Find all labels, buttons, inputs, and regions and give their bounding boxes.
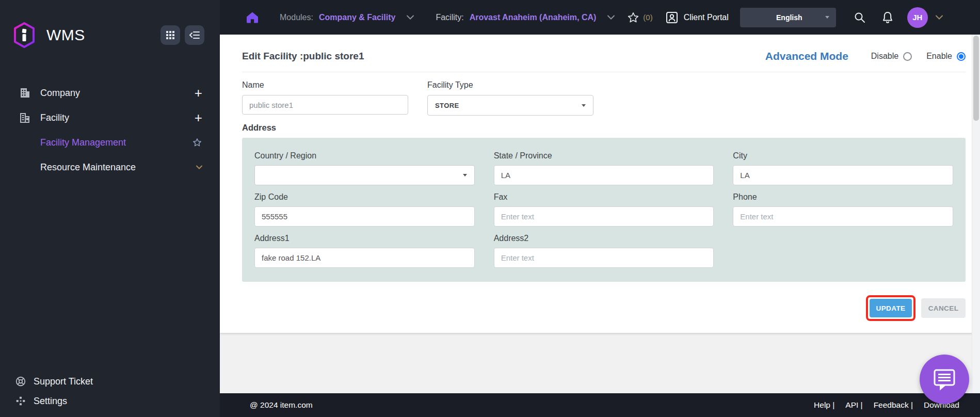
support-ticket-item[interactable]: Support Ticket [0,372,220,391]
phone-input[interactable] [733,206,953,227]
card-header: Edit Facility :public store1 Advanced Mo… [242,50,966,62]
client-portal-label: Client Portal [684,13,729,22]
disable-label: Disable [871,52,898,61]
chevron-down-icon[interactable] [936,15,943,20]
add-facility-icon[interactable]: + [195,111,202,124]
address1-label: Address1 [254,234,475,243]
add-company-icon[interactable]: + [195,86,202,100]
phone-label: Phone [733,193,953,202]
facility-type-select[interactable]: STORE [427,95,593,116]
chat-bubble-icon [931,366,957,392]
company-building-icon [18,87,32,99]
city-label: City [733,151,953,161]
zip-field-group: Zip Code [254,193,475,227]
address1-field-group: Address1 [254,234,475,268]
state-field-group: State / Province [494,151,714,185]
divider [242,72,966,72]
country-label: Country / Region [254,151,475,161]
caret-down-icon [463,174,467,177]
sidebar-item-label: Facility Management [40,137,192,148]
api-link[interactable]: API | [845,400,862,410]
enable-radio[interactable] [957,52,966,61]
caret-down-icon [825,16,829,19]
sidebar-item-label: Support Ticket [34,376,93,387]
disable-radio[interactable] [903,52,912,61]
chevron-down-icon [196,165,202,169]
sidebar-item-resource-maintenance[interactable]: Resource Maintenance [0,155,220,180]
sidebar-bottom: Support Ticket Settings [0,372,220,417]
language-selector[interactable]: English [740,8,836,27]
sidebar-item-facility-management[interactable]: Facility Management [0,130,220,155]
edit-facility-card: Edit Facility :public store1 Advanced Mo… [220,35,980,333]
enable-label: Enable [926,52,952,61]
main-content: Edit Facility :public store1 Advanced Mo… [220,35,980,393]
favorites-button[interactable]: (0) [627,11,652,24]
sidebar-item-label: Settings [34,396,67,407]
scrollbar-thumb[interactable] [973,36,979,121]
user-avatar[interactable]: JH [907,7,928,28]
country-select[interactable] [254,165,475,185]
fax-label: Fax [494,193,714,202]
country-field-group: Country / Region [254,151,475,185]
modules-value[interactable]: Company & Facility [319,13,395,22]
address2-field-group: Address2 [494,234,714,268]
sidebar-menu: Company + Facility + Facility Management [0,81,220,180]
avatar-initials: JH [912,13,922,22]
address2-label: Address2 [494,234,714,243]
menu-fold-button[interactable] [185,25,204,45]
facility-type-value: STORE [435,102,459,109]
advanced-mode-link[interactable]: Advanced Mode [765,50,848,62]
help-link[interactable]: Help | [814,400,834,410]
footer: @ 2024 item.com Help | API | Feedback | … [220,393,980,417]
brand-row: WMS [0,0,220,49]
home-icon[interactable] [246,11,259,24]
client-portal-button[interactable]: Client Portal [665,11,729,24]
settings-icon [14,396,27,406]
page-title: Edit Facility :public store1 [242,51,765,62]
name-label: Name [242,81,408,90]
disable-enable-toggle: Disable Enable [871,52,966,61]
cancel-button[interactable]: CANCEL [921,298,966,318]
facility-label: Facility: [436,13,463,22]
sidebar-item-label: Company [40,88,195,99]
address-panel: Country / Region State / Province City Z… [242,138,966,282]
modules-label: Modules: [280,13,313,22]
settings-item[interactable]: Settings [0,391,220,411]
sidebar-item-company[interactable]: Company + [0,81,220,105]
address-section-label: Address [242,123,966,133]
name-input[interactable] [242,95,408,115]
grid-icon [166,30,175,40]
notifications-bell-icon[interactable] [881,11,894,24]
fax-input[interactable] [494,206,714,227]
chevron-down-icon[interactable] [407,15,414,20]
fax-field-group: Fax [494,193,714,227]
facility-value[interactable]: Arovast Anaheim (Anaheim, CA) [470,13,597,22]
facility-building-icon [18,111,32,124]
feedback-link[interactable]: Feedback | [874,400,913,410]
vertical-scrollbar[interactable] [972,35,980,393]
facility-type-label: Facility Type [427,81,593,90]
top-navigation-bar: Modules: Company & Facility Facility: Ar… [220,0,980,35]
phone-field-group: Phone [733,193,953,227]
search-icon[interactable] [854,11,866,24]
city-input[interactable] [733,165,953,185]
chat-support-button[interactable] [920,355,969,404]
address1-input[interactable] [254,248,475,268]
client-portal-icon [665,11,679,24]
name-type-row: Name Facility Type STORE [242,81,966,116]
sidebar: WMS [0,0,220,417]
brand-title: WMS [46,26,160,44]
sidebar-item-facility[interactable]: Facility + [0,105,220,130]
update-button[interactable]: UPDATE [870,299,912,317]
address2-input[interactable] [494,248,714,268]
chevron-down-icon[interactable] [607,15,615,20]
state-input[interactable] [494,165,714,185]
wms-logo-icon [12,22,36,49]
language-value: English [753,13,825,22]
zip-input[interactable] [254,206,475,227]
star-icon [627,11,639,24]
caret-down-icon [582,104,586,107]
apps-grid-button[interactable] [160,25,180,45]
favorite-star-icon[interactable] [192,137,202,148]
facility-type-field-group: Facility Type STORE [427,81,593,116]
